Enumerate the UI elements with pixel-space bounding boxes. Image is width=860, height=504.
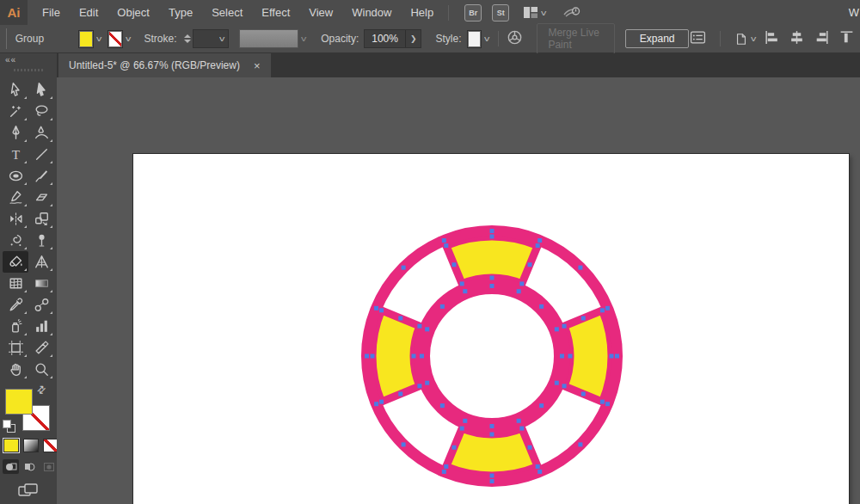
anchor-point[interactable] <box>610 354 614 359</box>
anchor-point[interactable] <box>490 479 494 483</box>
live-paint-group[interactable] <box>354 218 630 494</box>
recolor-artwork-icon[interactable] <box>507 29 523 48</box>
anchor-point[interactable] <box>460 427 464 431</box>
swap-fill-stroke-icon[interactable]: ⇄ <box>34 382 49 396</box>
anchor-point[interactable] <box>517 419 521 423</box>
anchor-point[interactable] <box>417 324 421 329</box>
anchor-point[interactable] <box>562 324 567 329</box>
opacity-value[interactable]: 100% <box>365 33 405 45</box>
artboard-tool[interactable] <box>3 337 28 359</box>
anchor-point[interactable] <box>365 354 369 359</box>
anchor-point[interactable] <box>379 400 384 404</box>
anchor-point[interactable] <box>490 474 494 478</box>
collapse-panel-button[interactable]: «« <box>5 55 16 65</box>
anchor-point[interactable] <box>490 433 494 437</box>
chevron-down-icon[interactable]: v <box>484 34 489 43</box>
anchor-point[interactable] <box>412 354 416 359</box>
anchor-point[interactable] <box>519 427 524 431</box>
menu-select[interactable]: Select <box>202 0 252 25</box>
type-tool[interactable]: T <box>3 144 28 165</box>
anchor-point[interactable] <box>402 442 406 446</box>
symbol-sprayer-tool[interactable] <box>3 316 28 337</box>
stock-button[interactable]: St <box>492 4 509 22</box>
anchor-point[interactable] <box>536 464 540 469</box>
anchor-point[interactable] <box>425 327 429 331</box>
workspace-label-fragment[interactable]: W <box>849 6 860 19</box>
close-icon[interactable]: × <box>254 60 261 71</box>
pen-tool[interactable] <box>3 122 28 144</box>
chevron-down-icon[interactable]: v <box>96 34 101 43</box>
paintbrush-tool[interactable] <box>28 165 54 187</box>
opacity-field[interactable]: 100% ❯ <box>364 29 421 48</box>
anchor-point[interactable] <box>568 354 573 359</box>
anchor-point[interactable] <box>528 262 532 267</box>
menu-window[interactable]: Window <box>342 0 401 25</box>
lifebuoy-artwork[interactable] <box>354 218 630 494</box>
anchor-point[interactable] <box>605 402 610 406</box>
anchor-point[interactable] <box>562 384 567 388</box>
perspective-grid-tool[interactable] <box>28 251 54 273</box>
column-graph-tool[interactable] <box>28 316 54 337</box>
eraser-tool[interactable] <box>28 187 54 208</box>
shaper-tool[interactable] <box>3 187 28 208</box>
anchor-point[interactable] <box>417 384 421 388</box>
anchor-point[interactable] <box>371 354 375 359</box>
menu-file[interactable]: File <box>33 0 70 25</box>
blend-tool[interactable] <box>28 294 54 316</box>
anchor-point[interactable] <box>374 402 378 406</box>
anchor-point[interactable] <box>425 381 429 385</box>
line-segment-tool[interactable] <box>28 144 54 165</box>
anchor-point[interactable] <box>560 354 564 359</box>
menu-effect[interactable]: Effect <box>252 0 299 25</box>
opacity-expand-arrow[interactable]: ❯ <box>406 34 421 43</box>
anchor-point[interactable] <box>600 400 605 404</box>
gradient-button[interactable] <box>23 439 39 452</box>
menu-help[interactable]: Help <box>401 0 443 25</box>
anchor-point[interactable] <box>398 392 402 396</box>
anchor-point[interactable] <box>539 403 544 408</box>
puppet-warp-tool[interactable] <box>28 230 54 251</box>
align-top-button[interactable] <box>838 29 855 48</box>
anchor-point[interactable] <box>460 281 464 286</box>
menu-edit[interactable]: Edit <box>70 0 108 25</box>
anchor-point[interactable] <box>581 316 586 320</box>
anchor-point[interactable] <box>440 304 445 309</box>
eyedropper-tool[interactable] <box>3 294 28 316</box>
screen-mode-button[interactable] <box>17 482 40 502</box>
anchor-point[interactable] <box>490 276 494 280</box>
anchor-point[interactable] <box>490 424 494 428</box>
lasso-tool[interactable] <box>28 101 54 122</box>
anchor-point[interactable] <box>440 403 445 408</box>
anchor-point[interactable] <box>442 238 446 243</box>
magic-wand-tool[interactable] <box>3 101 28 122</box>
align-right-button[interactable] <box>814 29 830 48</box>
align-horizontal-center-button[interactable] <box>789 29 805 48</box>
anchor-point[interactable] <box>398 316 402 320</box>
graphic-style-swatch[interactable] <box>467 30 482 48</box>
bridge-button[interactable]: Br <box>464 4 482 22</box>
zoom-tool[interactable] <box>28 359 54 380</box>
menu-object[interactable]: Object <box>108 0 159 25</box>
default-fill-stroke-icon[interactable] <box>3 420 15 432</box>
anchor-point[interactable] <box>615 354 619 359</box>
anchor-point[interactable] <box>555 381 559 385</box>
color-button[interactable] <box>3 439 19 452</box>
anchor-point[interactable] <box>490 284 494 288</box>
chevron-down-icon[interactable]: v <box>301 34 306 43</box>
anchor-point[interactable] <box>517 289 521 293</box>
stroke-weight-stepper[interactable] <box>184 34 191 43</box>
hand-tool[interactable] <box>3 359 28 380</box>
align-to-selection-dropdown[interactable]: v <box>734 32 756 46</box>
anchor-point[interactable] <box>444 464 448 469</box>
mesh-tool[interactable] <box>3 273 28 294</box>
width-profile-dropdown[interactable] <box>239 29 298 48</box>
curvature-tool[interactable] <box>28 122 54 144</box>
anchor-point[interactable] <box>463 289 467 293</box>
anchor-point[interactable] <box>444 243 448 248</box>
anchor-point[interactable] <box>452 446 456 450</box>
gradient-tool[interactable] <box>28 273 54 294</box>
anchor-point[interactable] <box>539 304 544 309</box>
anchor-point[interactable] <box>490 235 494 239</box>
anchor-point[interactable] <box>442 470 446 474</box>
anchor-point[interactable] <box>600 308 605 312</box>
